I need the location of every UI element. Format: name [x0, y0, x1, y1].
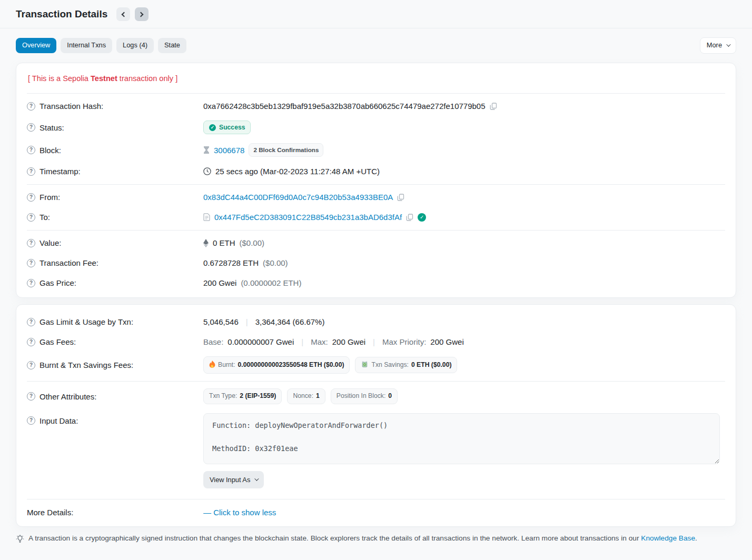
value-row: ? Value: 0 ETH ($0.00): [27, 233, 725, 253]
to-label: To:: [39, 213, 50, 222]
knowledge-base-link[interactable]: Knowledge Base: [641, 534, 695, 542]
help-icon[interactable]: ?: [27, 193, 35, 202]
gas-fees-row: ? Gas Fees: Base: 0.000000007 Gwei | Max…: [27, 332, 725, 352]
gas-limit-row: ? Gas Limit & Usage by Txn: 5,046,546 | …: [27, 312, 725, 332]
gas-price-eth: (0.0000002 ETH): [241, 278, 301, 287]
details-card: ? Gas Limit & Usage by Txn: 5,046,546 | …: [16, 304, 736, 527]
tabs-row: Overview Internal Txns Logs (4) State Mo…: [16, 37, 736, 54]
flame-icon: [209, 361, 215, 369]
block-confirmations-badge: 2 Block Confirmations: [249, 143, 323, 157]
divider: [27, 499, 725, 499]
gas-fees-label: Gas Fees:: [39, 337, 76, 346]
more-details-row: More Details: — Click to show less: [27, 502, 725, 522]
divider: [27, 93, 725, 94]
nonce-badge: Nonce: 1: [287, 388, 325, 404]
more-button-label: More: [707, 42, 722, 49]
contract-icon: [203, 213, 210, 221]
tab-state[interactable]: State: [158, 38, 186, 53]
burnt-badge-label: Burnt:: [218, 362, 235, 368]
help-icon[interactable]: ?: [27, 392, 35, 401]
status-label: Status:: [39, 123, 64, 132]
to-address-link[interactable]: 0x447Fd5eC2D383091C22B8549cb231a3bAD6d3f…: [214, 213, 402, 222]
status-row: ? Status: ✓ Success: [27, 116, 725, 139]
input-data-row: ? Input Data: Function: deployNewOperato…: [27, 408, 725, 493]
other-attributes-row: ? Other Attributes: Txn Type: 2 (EIP-155…: [27, 384, 725, 408]
other-attributes-label: Other Attributes:: [39, 392, 96, 401]
separator: |: [246, 317, 248, 326]
help-icon[interactable]: ?: [27, 259, 35, 267]
timestamp-value: 25 secs ago (Mar-02-2023 11:27:48 AM +UT…: [215, 167, 380, 176]
copy-icon[interactable]: [397, 194, 404, 201]
lightbulb-icon: [16, 535, 24, 543]
chevron-down-icon: [726, 43, 730, 47]
help-icon[interactable]: ?: [27, 338, 35, 346]
copy-icon[interactable]: [406, 214, 413, 221]
gas-limit-label: Gas Limit & Usage by Txn:: [39, 317, 133, 326]
copy-icon[interactable]: [490, 103, 497, 110]
position-in-block-label: Position In Block:: [337, 393, 385, 399]
separator: |: [301, 337, 303, 346]
burnt-fees-label: Burnt & Txn Savings Fees:: [39, 361, 133, 369]
nonce-label: Nonce:: [293, 393, 313, 399]
help-icon[interactable]: ?: [27, 167, 35, 176]
eth-icon: [203, 239, 209, 247]
transaction-hash-label: Transaction Hash:: [39, 102, 103, 111]
gas-price-row: ? Gas Price: 200 Gwei (0.0000002 ETH): [27, 273, 725, 293]
txn-savings-badge-label: Txn Savings:: [371, 362, 408, 368]
prev-transaction-button[interactable]: [116, 7, 130, 21]
transaction-hash-row: ? Transaction Hash: 0xa7662428c3b5eb1329…: [27, 96, 725, 116]
tab-internal-txns[interactable]: Internal Txns: [61, 38, 112, 53]
txn-savings-badge-value: 0 ETH ($0.00): [411, 362, 452, 368]
position-in-block-badge: Position In Block: 0: [331, 388, 398, 404]
txn-type-value: 2 (EIP-1559): [240, 393, 276, 399]
more-button[interactable]: More: [700, 37, 736, 54]
help-icon[interactable]: ?: [27, 279, 35, 287]
input-data-label: Input Data:: [39, 416, 78, 425]
help-icon[interactable]: ?: [27, 146, 35, 154]
testnet-notice-bold: Testnet: [91, 74, 117, 83]
help-icon[interactable]: ?: [27, 102, 35, 111]
help-icon[interactable]: ?: [27, 213, 35, 222]
hourglass-icon: [203, 146, 210, 154]
gas-limit-value: 5,046,546: [203, 317, 239, 326]
status-badge: ✓ Success: [203, 121, 251, 134]
clock-icon: [203, 167, 211, 175]
block-number-link[interactable]: 3006678: [214, 146, 244, 155]
help-icon[interactable]: ?: [27, 239, 35, 247]
max-fee-value: 200 Gwei: [332, 337, 365, 346]
divider: [27, 184, 725, 185]
next-transaction-button[interactable]: [135, 7, 149, 21]
input-data-textarea[interactable]: Function: deployNewOperatorAndForwarder(…: [203, 413, 720, 464]
status-badge-label: Success: [219, 124, 245, 131]
view-input-as-label: View Input As: [210, 476, 250, 484]
help-icon[interactable]: ?: [27, 318, 35, 326]
page-title: Transaction Details: [16, 8, 107, 20]
transaction-hash-value: 0xa7662428c3b5eb1329fbaf919e5a32b3870ab6…: [203, 102, 486, 111]
value-usd: ($0.00): [240, 238, 265, 247]
from-row: ? From: 0x83dC44a4C00DFf69d0A0c7c94B20b5…: [27, 187, 725, 207]
timestamp-label: Timestamp:: [39, 167, 81, 176]
help-icon[interactable]: ?: [27, 416, 35, 425]
gas-price-amount: 200 Gwei: [203, 278, 236, 287]
burnt-fees-row: ? Burnt & Txn Savings Fees: Burnt: 0.000…: [27, 352, 725, 378]
help-icon[interactable]: ?: [27, 123, 35, 132]
txn-type-label: Txn Type:: [209, 393, 237, 399]
transaction-fee-label: Transaction Fee:: [39, 258, 98, 267]
overview-card: [ This is a Sepolia Testnet transaction …: [16, 63, 736, 298]
burnt-badge: Burnt: 0.000000000023550548 ETH ($0.00): [203, 356, 350, 374]
tab-overview[interactable]: Overview: [16, 38, 56, 53]
from-label: From:: [39, 193, 60, 202]
nonce-value: 1: [316, 393, 320, 399]
show-less-link[interactable]: — Click to show less: [203, 508, 276, 517]
divider: [27, 381, 725, 382]
view-input-as-button[interactable]: View Input As: [203, 471, 264, 488]
tab-logs[interactable]: Logs (4): [116, 38, 154, 53]
block-row: ? Block: 3006678 2 Block Confirmations: [27, 139, 725, 162]
burnt-badge-value: 0.000000000023550548 ETH ($0.00): [238, 362, 344, 368]
gas-usage-value: 3,364,364 (66.67%): [255, 317, 325, 326]
chevron-left-icon: [122, 12, 127, 17]
base-fee-value: 0.000000007 Gwei: [227, 337, 294, 346]
from-address-link[interactable]: 0x83dC44a4C00DFf69d0A0c7c94B20b53a4933BE…: [203, 193, 393, 202]
help-icon[interactable]: ?: [27, 361, 35, 369]
testnet-notice: [ This is a Sepolia Testnet transaction …: [27, 67, 725, 91]
